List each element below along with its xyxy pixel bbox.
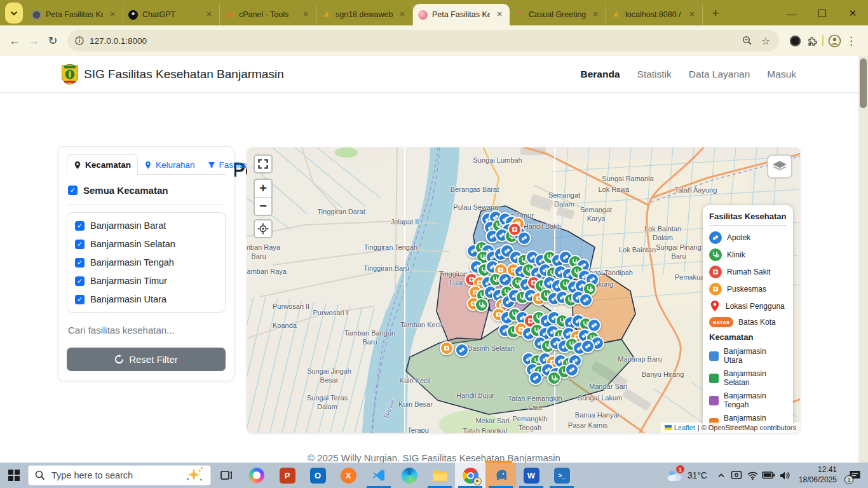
adblock-extension-icon[interactable]	[790, 36, 801, 46]
map-marker-apotek[interactable]	[579, 293, 593, 307]
taskbar-explorer[interactable]	[424, 463, 455, 488]
filter-tab-kecamatan[interactable]: Kecamatan	[67, 154, 138, 175]
legend-item-puskesmas: Puskesmas	[709, 283, 787, 295]
browser-tab-5[interactable]: *Casual Greeting×	[510, 4, 606, 25]
tab-close-icon[interactable]: ×	[687, 10, 697, 20]
checkbox-banjarmasin-utara[interactable]: ✓	[75, 295, 85, 304]
browser-tab-4[interactable]: Peta Fasilitas Kes×	[413, 4, 510, 25]
site-info-icon[interactable]	[75, 36, 84, 45]
start-button[interactable]	[0, 463, 28, 488]
weather-icon[interactable]: 1	[665, 463, 684, 488]
nav-masuk[interactable]: Masuk	[767, 69, 796, 80]
filter-tab-kelurahan[interactable]: Kelurahan	[138, 154, 201, 175]
taskbar-powershell[interactable]: >_	[546, 463, 577, 488]
notification-icon[interactable]: 1	[844, 463, 865, 488]
fullscreen-button[interactable]	[254, 154, 273, 173]
taskbar-outlook[interactable]: O	[302, 463, 333, 488]
window-close-button[interactable]: ✕	[837, 1, 868, 25]
zoom-indicator-icon[interactable]	[742, 36, 752, 46]
map-marker-puskesmas[interactable]	[440, 341, 454, 355]
zoom-in-button[interactable]: +	[255, 180, 271, 198]
checkbox-banjarmasin-timur[interactable]: ✓	[75, 276, 85, 286]
nav-statistik[interactable]: Statistik	[637, 69, 672, 80]
taskbar-copilot[interactable]	[241, 463, 272, 488]
leaflet-link[interactable]: Leaflet	[674, 424, 695, 431]
checkbox-semua-kecamatan[interactable]: ✓	[68, 186, 78, 195]
back-button[interactable]: ←	[5, 31, 24, 50]
cast-icon[interactable]	[730, 463, 744, 488]
browser-tab-2[interactable]: cPcPanel - Tools×	[220, 4, 316, 25]
nav-beranda[interactable]: Beranda	[581, 69, 620, 80]
wifi-icon[interactable]	[746, 463, 760, 488]
bookmark-star-icon[interactable]: ☆	[761, 35, 770, 47]
extensions-puzzle-icon[interactable]	[806, 35, 818, 46]
tray-chevron-icon[interactable]	[714, 463, 728, 488]
window-maximize-button[interactable]	[807, 1, 837, 25]
layers-control[interactable]	[767, 154, 792, 179]
browser-menu-icon[interactable]: ⋮	[846, 34, 857, 48]
browser-tab-6[interactable]: Alocalhost:8080 /×	[606, 4, 703, 25]
battery-icon[interactable]	[762, 463, 776, 488]
taskbar-edge[interactable]	[394, 463, 424, 488]
page-scrollbar[interactable]	[858, 56, 868, 463]
browser-tab-3[interactable]: Asgn18.dewaweb×	[316, 4, 413, 25]
reload-button[interactable]: ↻	[43, 31, 62, 50]
browser-tab-1[interactable]: *ChatGPT×	[123, 4, 220, 25]
select-all-kecamatan[interactable]: ✓ Semua Kecamatan	[68, 185, 224, 196]
map-marker-rumah-sakit[interactable]	[508, 222, 522, 236]
tab-close-icon[interactable]: ×	[494, 10, 505, 20]
map-marker-apotek[interactable]	[565, 363, 579, 377]
url-text[interactable]: 127.0.0.1:8000	[90, 36, 742, 46]
window-minimize-button[interactable]: —	[776, 1, 807, 25]
tab-close-icon[interactable]: ×	[107, 10, 118, 20]
new-tab-button[interactable]: +	[707, 4, 724, 22]
page-viewport: SIG Fasilitas Kesehatan Banjarmasin Bera…	[0, 56, 868, 463]
nav-data-layanan[interactable]: Data Layanan	[689, 69, 750, 80]
tab-close-icon[interactable]: ×	[301, 10, 311, 20]
temperature[interactable]: 31°C	[688, 470, 707, 480]
brand[interactable]: SIG Fasilitas Kesehatan Banjarmasin	[62, 64, 284, 85]
checkbox-banjarmasin-barat[interactable]: ✓	[75, 221, 85, 231]
map-marker-apotek[interactable]	[529, 371, 543, 385]
chrome-profile-badge	[473, 477, 482, 485]
footer-copyright: © 2025 Willy Nurgian. SIG Fasilitas Kese…	[0, 452, 868, 463]
facility-search-input[interactable]	[67, 324, 228, 336]
option-banjarmasin-timur[interactable]: ✓Banjarmasin Timur	[75, 276, 217, 286]
forward-button[interactable]: →	[24, 31, 43, 50]
browser-tab-0[interactable]: Peta Fasilitas Kes×	[27, 4, 123, 25]
locate-button[interactable]	[254, 219, 273, 238]
taskbar-clock[interactable]: 12:41 18/06/2025	[799, 465, 837, 485]
taskbar-powerpoint[interactable]: P	[272, 463, 302, 488]
map-marker-apotek[interactable]	[455, 343, 469, 357]
taskbar-word[interactable]: W	[516, 463, 546, 488]
option-banjarmasin-selatan[interactable]: ✓Banjarmasin Selatan	[75, 239, 217, 249]
tab-close-icon[interactable]: ×	[397, 10, 407, 20]
checkbox-banjarmasin-tengah[interactable]: ✓	[75, 258, 85, 268]
legend-kecamatan-banjarmasin-utara: Banjarmasin Utara	[709, 347, 787, 365]
map[interactable]: Sungai LumbahBerangas BaratPulau Sewangi…	[247, 147, 800, 433]
tab-close-icon[interactable]: ×	[204, 10, 214, 20]
taskbar-vscode[interactable]	[363, 463, 394, 488]
checkbox-banjarmasin-selatan[interactable]: ✓	[75, 240, 85, 249]
profile-avatar-icon[interactable]	[828, 34, 841, 48]
legend-item-batas-kota: BATASBatas Kota	[709, 317, 787, 327]
browser-profile-chevron-button[interactable]	[5, 3, 23, 24]
zoom-out-button[interactable]: −	[255, 198, 271, 215]
taskbar-chrome[interactable]	[455, 463, 485, 488]
taskbar-task-view[interactable]	[211, 463, 241, 488]
map-marker-klinik[interactable]	[547, 371, 561, 385]
option-banjarmasin-utara[interactable]: ✓Banjarmasin Utara	[75, 294, 217, 304]
option-banjarmasin-barat[interactable]: ✓Banjarmasin Barat	[75, 220, 217, 231]
legend-kecamatan-banjarmasin-selatan: Banjarmasin Selatan	[709, 369, 787, 387]
scrollbar-thumb[interactable]	[860, 58, 867, 108]
volume-icon[interactable]	[778, 463, 792, 488]
taskbar-xampp[interactable]: X	[333, 463, 363, 488]
address-bar[interactable]: 127.0.0.1:8000 ☆	[67, 30, 779, 51]
taskbar-search[interactable]: Type here to search	[28, 465, 211, 485]
tab-close-icon[interactable]: ×	[590, 10, 600, 20]
reset-filter-button[interactable]: Reset Filter	[67, 348, 226, 371]
map-marker-apotek[interactable]	[581, 339, 595, 353]
map-marker-klinik[interactable]	[475, 298, 489, 312]
taskbar-pgadmin[interactable]	[485, 463, 516, 488]
option-banjarmasin-tengah[interactable]: ✓Banjarmasin Tengah	[75, 257, 217, 268]
